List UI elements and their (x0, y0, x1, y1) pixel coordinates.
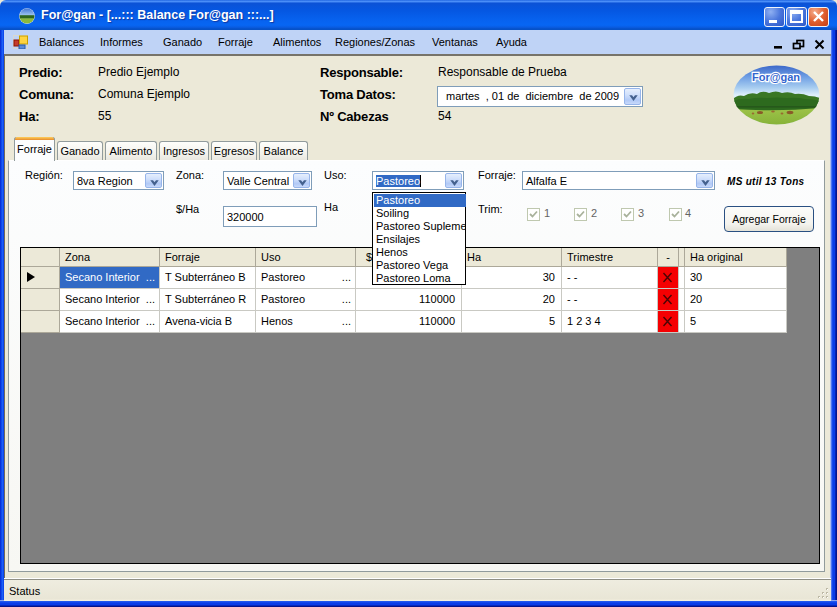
svg-text:For@gan: For@gan (752, 71, 800, 83)
